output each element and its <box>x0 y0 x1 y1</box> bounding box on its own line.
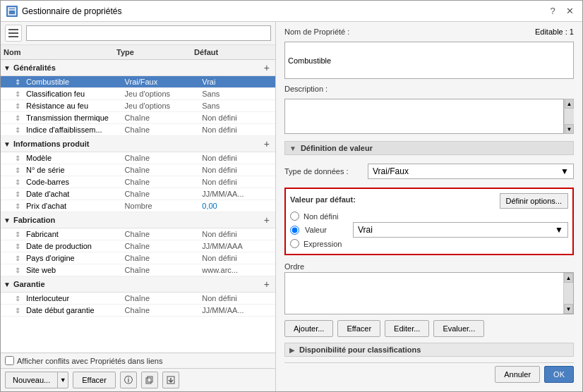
prop-type: Chaîne <box>125 125 203 134</box>
nom-propriete-label: Nom de Propriété : <box>284 27 349 36</box>
prop-defaut: JJ/MM/AAA <box>202 242 272 250</box>
info-button[interactable]: ⓘ <box>120 372 137 388</box>
search-input[interactable] <box>26 25 271 41</box>
main-window: Gestionnaire de propriétés ? ✕ <box>0 0 583 392</box>
prop-defaut: Sans <box>202 102 272 110</box>
table-row[interactable]: ⇕ Code-barres Chaîne Non défini <box>1 176 275 188</box>
table-row[interactable]: ⇕ Prix d'achat Nombre 0,00 <box>1 200 275 212</box>
order-scroll-down[interactable]: ▼ <box>564 304 573 314</box>
valeur-defaut-label: Valeur par défaut: <box>290 195 356 204</box>
close-button[interactable]: ✕ <box>563 4 577 18</box>
definir-options-button[interactable]: Définir options... <box>500 193 568 209</box>
prop-nom: N° de série <box>26 166 125 174</box>
table-row[interactable]: ⇕ Fabricant Chaîne Non défini <box>1 228 275 240</box>
group-toggle-icon[interactable]: ▼ <box>4 216 11 224</box>
table-row[interactable]: ⇕ Pays d'origine Chaîne Non défini <box>1 252 275 264</box>
table-row[interactable]: ⇕ Combustible Vrai/Faux Vrai <box>1 76 275 88</box>
prop-defaut: 0,00 <box>202 202 272 210</box>
conflict-checkbox[interactable] <box>5 356 14 365</box>
editable-badge: Editable : 1 <box>535 27 574 36</box>
type-donnees-chevron-icon: ▼ <box>560 166 569 176</box>
ordre-label: Ordre <box>284 262 574 271</box>
prop-defaut: Vrai <box>202 78 272 86</box>
copy-button[interactable] <box>141 372 158 388</box>
order-section: Ordre ▲ ▼ <box>284 262 574 314</box>
prop-nom: Code-barres <box>26 178 125 186</box>
effacer-right-button[interactable]: Effacer <box>337 320 380 337</box>
radio-non-defini-label: Non défini <box>303 212 339 221</box>
evaluer-button[interactable]: Evaluer... <box>433 320 484 337</box>
prop-nom: Prix d'achat <box>26 202 125 210</box>
group-add-button[interactable]: + <box>261 214 272 226</box>
prop-nom: Date de production <box>26 242 125 250</box>
availability-title: Disponibilité pour classifications <box>299 345 421 354</box>
window-icon <box>6 6 18 17</box>
title-bar-right: ? ✕ <box>546 4 577 18</box>
radio-expression[interactable] <box>290 239 299 248</box>
annuler-button[interactable]: Annuler <box>495 366 540 383</box>
svg-rect-4 <box>8 36 18 37</box>
table-row[interactable]: ⇕ Date début garantie Chaîne JJ/MM/AA... <box>1 305 275 317</box>
action-buttons: Ajouter... Effacer Editer... Evaluer... <box>284 320 574 337</box>
window-title: Gestionnaire de propriétés <box>22 6 121 16</box>
availability-toggle-icon[interactable]: ▶ <box>289 346 295 354</box>
export-button[interactable] <box>162 372 179 388</box>
move-icon: ⇕ <box>15 255 23 262</box>
group-add-button[interactable]: + <box>261 278 272 290</box>
group-row: ▼ Garantie + <box>1 276 275 293</box>
ajouter-button[interactable]: Ajouter... <box>284 320 333 337</box>
column-headers: Nom Type Défaut <box>1 45 275 60</box>
nouveau-button[interactable]: Nouveau... <box>5 372 57 388</box>
table-row[interactable]: ⇕ Date de production Chaîne JJ/MM/AAA <box>1 240 275 252</box>
description-textarea[interactable] <box>284 99 564 134</box>
bottom-toolbar: Nouveau... ▼ Effacer ⓘ <box>1 368 275 391</box>
group-add-button[interactable]: + <box>261 62 272 73</box>
svg-rect-2 <box>8 29 18 30</box>
conflict-checkbox-label[interactable]: Afficher conflits avec Propriétés dans l… <box>5 356 162 365</box>
valeur-select[interactable]: Vrai ▼ <box>353 222 568 238</box>
move-icon: ⇕ <box>15 267 23 274</box>
prop-defaut: Non défini <box>202 230 272 238</box>
group-name: Informations produit <box>13 140 90 148</box>
prop-type: Nombre <box>125 202 203 210</box>
type-donnees-select[interactable]: Vrai/Faux ▼ <box>368 164 574 179</box>
effacer-left-button[interactable]: Effacer <box>73 372 116 388</box>
prop-type: Chaîne <box>125 154 203 162</box>
definition-toggle-icon[interactable]: ▼ <box>289 145 296 152</box>
table-row[interactable]: ⇕ Site web Chaîne www.arc... <box>1 264 275 276</box>
table-row[interactable]: ⇕ Interlocuteur Chaîne Non défini <box>1 293 275 305</box>
prop-nom: Date d'achat <box>26 190 125 198</box>
nouveau-arrow-button[interactable]: ▼ <box>57 372 68 388</box>
table-row[interactable]: ⇕ Date d'achat Chaîne JJ/MM/AA... <box>1 188 275 200</box>
prop-type: Chaîne <box>125 114 203 122</box>
radio-valeur[interactable] <box>290 226 299 235</box>
table-row[interactable]: ⇕ Modèle Chaîne Non défini <box>1 152 275 164</box>
col-header-nom: Nom <box>1 47 114 58</box>
description-scrollbar: ▲ ▼ <box>564 99 574 134</box>
table-row[interactable]: ⇕ Classification feu Jeu d'options Sans <box>1 88 275 100</box>
scrollbar-down[interactable]: ▼ <box>565 124 574 134</box>
svg-rect-0 <box>8 8 16 15</box>
radio-valeur-label: Valeur <box>305 226 347 234</box>
group-toggle-icon[interactable]: ▼ <box>4 140 11 148</box>
table-row[interactable]: ⇕ Transmission thermique Chaîne Non défi… <box>1 112 275 124</box>
help-button[interactable]: ? <box>546 4 560 18</box>
group-toggle-icon[interactable]: ▼ <box>4 281 11 288</box>
table-row[interactable]: ⇕ Indice d'affaiblissem... Chaîne Non dé… <box>1 124 275 136</box>
prop-type: Chaîne <box>125 294 203 302</box>
nom-propriete-input[interactable] <box>284 42 574 79</box>
title-bar: Gestionnaire de propriétés ? ✕ <box>1 1 582 22</box>
col-header-type: Type <box>114 47 191 58</box>
list-view-button[interactable] <box>5 25 22 42</box>
ok-button[interactable]: OK <box>544 366 574 383</box>
group-add-button[interactable]: + <box>261 138 272 149</box>
table-row[interactable]: ⇕ Résistance au feu Jeu d'options Sans <box>1 100 275 112</box>
move-icon: ⇕ <box>15 90 23 98</box>
editer-button[interactable]: Editer... <box>385 320 429 337</box>
nouveau-btn-group: Nouveau... ▼ <box>5 372 68 388</box>
scrollbar-up[interactable]: ▲ <box>565 99 574 109</box>
order-scroll-up[interactable]: ▲ <box>564 273 573 283</box>
table-row[interactable]: ⇕ N° de série Chaîne Non défini <box>1 164 275 176</box>
radio-non-defini[interactable] <box>290 212 299 221</box>
group-toggle-icon[interactable]: ▼ <box>4 64 11 72</box>
